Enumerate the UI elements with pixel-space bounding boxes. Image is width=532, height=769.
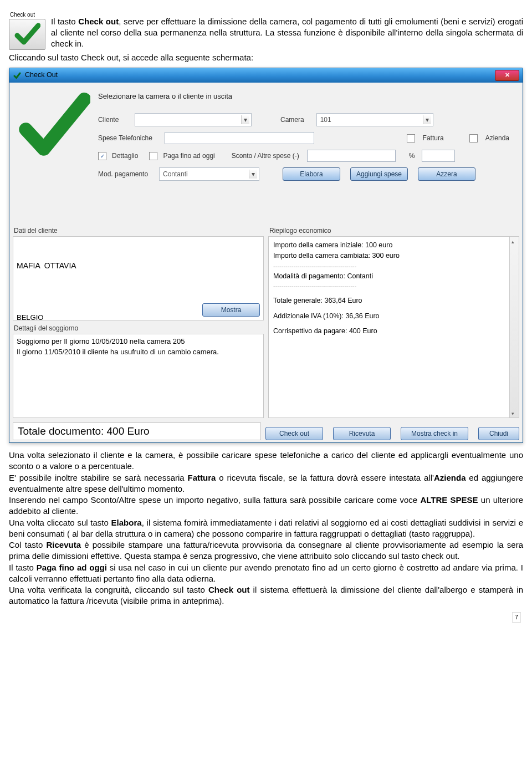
riepilogo-title: Riepilogo economico — [269, 226, 519, 235]
dettaglio-label: Dettaglio — [112, 151, 138, 160]
sconto-input[interactable] — [307, 150, 396, 162]
para: Una volta verificata la congruità, clicc… — [9, 584, 523, 607]
para: Inserendo nel campo Sconto/Altre spese u… — [9, 495, 523, 517]
intro-paragraph-1: Il tasto Check out, serve per effettuare… — [51, 16, 523, 50]
para: Col tasto Ricevuta è possibile stampare … — [9, 539, 523, 562]
sconto-label: Sconto / Altre spese (-) — [232, 151, 299, 160]
azienda-label: Azienda — [485, 134, 509, 142]
check-icon: ✓ — [100, 152, 105, 160]
intro-paragraph-2: Cliccando sul tasto Check out, si accede… — [9, 52, 523, 63]
riepilogo-line: Modalità di pagamento: Contanti — [273, 271, 505, 282]
para: E' possibile inoltre stabilire se sarà n… — [9, 472, 523, 495]
cliente-combo[interactable]: ▾ — [135, 113, 252, 126]
page-number: 7 — [512, 612, 521, 623]
camera-combo[interactable]: 101▾ — [316, 113, 433, 126]
cliente-label: Cliente — [98, 115, 127, 124]
dettagli-soggiorno-panel: Soggiorno per Il giorno 10/05/2010 nella… — [13, 334, 264, 418]
chevron-down-icon: ▾ — [249, 170, 257, 179]
mostra-checkin-button[interactable]: Mostra check in — [401, 427, 468, 440]
riepilogo-line: Totale generale: 363,64 Euro — [273, 296, 505, 306]
checkmark-icon — [9, 19, 45, 50]
riepilogo-panel: Importo della camera iniziale: 100 euro … — [268, 236, 519, 418]
close-icon: ✕ — [505, 71, 510, 79]
toolbar-checkout-label: Check out — [10, 11, 45, 19]
azienda-checkbox[interactable] — [469, 134, 478, 142]
text: Il tasto — [51, 17, 78, 26]
body-text: Una volta selezionato il cliente e la ca… — [9, 450, 523, 607]
camera-label: Camera — [280, 115, 304, 124]
stay-line-1: Soggiorno per Il giorno 10/05/2010 nella… — [17, 337, 260, 347]
stay-line-2: Il giorno 11/05/2010 il cliente ha usufr… — [17, 347, 260, 358]
divider: ----------------------------------------… — [273, 282, 505, 291]
toolbar-checkout-button: Check out — [9, 10, 45, 50]
ricevuta-button[interactable]: Ricevuta — [333, 427, 391, 440]
para: Una volta selezionato il cliente e la ca… — [9, 450, 523, 472]
client-name: MAFIA OTTAVIA — [17, 260, 260, 271]
window-titlebar: Check Out ✕ — [9, 68, 523, 83]
dati-cliente-panel: MAFIA OTTAVIA BELGIO P.I. Mostra — [13, 236, 264, 320]
fattura-checkbox[interactable] — [407, 134, 415, 142]
chevron-down-icon: ▾ — [423, 115, 431, 124]
scroll-up-icon: ▴ — [511, 238, 517, 244]
modpag-value: Contanti — [163, 170, 188, 179]
scroll-down-icon: ▾ — [511, 410, 517, 416]
mostra-button[interactable]: Mostra — [202, 303, 260, 317]
pagafino-checkbox[interactable] — [149, 152, 157, 160]
camera-value: 101 — [320, 115, 331, 124]
form-instruction: Selezionare la camera o il cliente in us… — [98, 91, 509, 101]
riepilogo-line: Importo della camera iniziale: 100 euro — [273, 240, 505, 251]
window-icon — [13, 71, 22, 80]
window-large-checkmark-icon — [13, 86, 96, 223]
azzera-button[interactable]: Azzera — [418, 167, 475, 181]
checkout-window: Check Out ✕ Selezionare la camera o il c… — [9, 68, 523, 443]
elabora-button[interactable]: Elabora — [283, 167, 340, 181]
window-title: Check Out — [25, 70, 58, 80]
modpag-label: Mod. pagamento — [98, 170, 154, 179]
chiudi-button[interactable]: Chiudi — [478, 427, 519, 440]
para: Il tasto Paga fino ad oggi si usa nel ca… — [9, 562, 523, 585]
riepilogo-line: Corrispettivo da pagare: 400 Euro — [273, 326, 505, 337]
text: , serve per effettuare la dimissione del… — [51, 17, 523, 49]
close-button[interactable]: ✕ — [495, 70, 519, 81]
divider: ----------------------------------------… — [273, 262, 505, 271]
bold-checkout: Check out — [78, 17, 119, 26]
scrollbar[interactable]: ▴ ▾ — [509, 237, 519, 417]
fattura-label: Fattura — [423, 134, 444, 142]
perc-input[interactable] — [422, 150, 455, 162]
pagafino-label: Paga fino ad oggi — [163, 151, 214, 160]
para: Una volta cliccato sul tasto Elabora, il… — [9, 517, 523, 540]
chevron-down-icon: ▾ — [241, 115, 249, 124]
window-content: Selezionare la camera o il cliente in us… — [9, 83, 523, 442]
checkout-button[interactable]: Check out — [265, 427, 323, 440]
spese-input[interactable] — [165, 132, 314, 144]
modpag-combo[interactable]: Contanti▾ — [159, 167, 259, 181]
riepilogo-line: Addizionale IVA (10%): 36,36 Euro — [273, 311, 505, 322]
perc-label: % — [409, 151, 415, 160]
riepilogo-line: Importo della camera cambiata: 300 euro — [273, 251, 505, 261]
totale-documento: Totale documento: 400 Euro — [13, 422, 261, 440]
aggiungi-spese-button[interactable]: Aggiungi spese — [350, 167, 408, 181]
spese-label: Spese Telefoniche — [98, 134, 159, 142]
dati-cliente-title: Dati del cliente — [14, 226, 264, 235]
dettaglio-checkbox[interactable]: ✓ — [98, 152, 106, 160]
